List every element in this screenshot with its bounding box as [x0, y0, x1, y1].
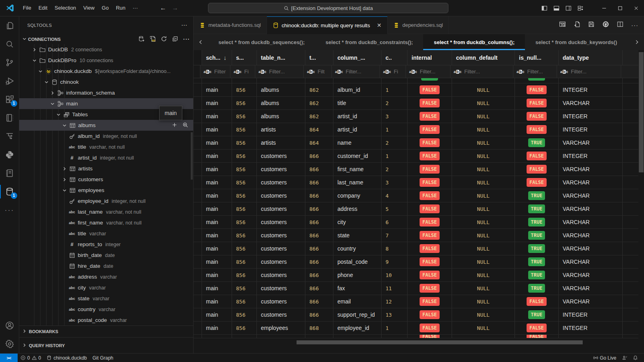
cell-t[interactable]: 868 [305, 322, 333, 334]
cell-s[interactable]: 856 [232, 136, 257, 149]
horizontal-scrollbar[interactable] [297, 340, 583, 344]
cell-sch[interactable]: main [202, 216, 232, 229]
add-connection-icon[interactable] [138, 36, 145, 43]
cell-column_[interactable]: postal_code [333, 255, 382, 268]
cell-sch[interactable] [202, 335, 232, 338]
column-header-c[interactable]: c.. [382, 50, 408, 65]
cell-internal[interactable]: FALSE [408, 150, 452, 162]
refresh-icon[interactable] [161, 36, 167, 43]
cell-column_[interactable]: name [333, 136, 382, 149]
cell-sch[interactable]: main [202, 136, 232, 149]
cell-column_default[interactable]: NULL [452, 176, 515, 189]
cell-internal[interactable]: FALSE [408, 97, 452, 109]
cell-s[interactable]: 856 [232, 97, 257, 109]
statusbar-connection[interactable]: chinook.duckdb [44, 354, 89, 362]
cell-sch[interactable]: main [202, 255, 232, 268]
cell-column_default[interactable]: NULL [452, 150, 515, 162]
cell-column_default[interactable]: NULL [452, 295, 515, 308]
tree-item-chinook[interactable]: chinook [19, 77, 193, 87]
activity-settings-icon[interactable] [0, 335, 19, 353]
cell-c[interactable]: 6 [382, 216, 408, 229]
tree-item-address[interactable]: abcaddressvarchar [19, 271, 193, 282]
tree-item-DuckDBPro[interactable]: DuckDBPro10 connections [19, 55, 193, 66]
cell-data_type[interactable]: VARCHAR [559, 282, 623, 295]
cell-column_[interactable]: phone [333, 269, 382, 281]
cell-internal[interactable]: FALSE [408, 123, 452, 136]
cell-sch[interactable]: main [202, 242, 232, 255]
activity-source-control-icon[interactable] [0, 53, 19, 72]
cell-c[interactable]: 1 [382, 150, 408, 162]
cell-data_type[interactable]: VARCHAR [559, 202, 623, 215]
cell-column_[interactable]: country [333, 242, 382, 255]
cell-t[interactable]: 866 [305, 150, 333, 162]
filter-input[interactable]: abcFilter... [450, 65, 513, 78]
statusbar-notifications[interactable] [630, 354, 641, 362]
cell-s[interactable]: 856 [232, 322, 257, 334]
cell-c[interactable]: 8 [382, 242, 408, 255]
export-results-icon[interactable] [573, 21, 580, 29]
close-icon[interactable]: ✕ [377, 22, 382, 28]
tree-item-birth_date[interactable]: birth_datedate [19, 250, 193, 261]
activity-symbol-tree-icon[interactable] [0, 127, 19, 146]
cell-internal[interactable]: FALSE [408, 136, 452, 149]
customize-layout-icon[interactable] [574, 0, 586, 16]
cell-column_[interactable]: album_id [333, 83, 382, 96]
cell-column_[interactable]: fax [333, 282, 382, 295]
cell-table_n[interactable]: customers [257, 189, 305, 202]
column-header-column_[interactable]: column_... [333, 50, 382, 65]
cell-column_[interactable]: customer_id [333, 150, 382, 162]
column-header-data_type[interactable]: data_type [559, 50, 623, 65]
toggle-secondary-sidebar-icon[interactable] [562, 0, 574, 16]
tree-item-postal_code[interactable]: abcpostal_codevarchar [19, 315, 193, 326]
cell-column_[interactable]: support_rep_id [333, 308, 382, 321]
cell-column_default[interactable]: NULL [452, 255, 515, 268]
cell-c[interactable]: 5 [382, 202, 408, 215]
tree-item-employee_id[interactable]: employee_idinteger, not null [19, 196, 193, 206]
cell-table_n[interactable]: albums [257, 110, 305, 123]
cell-c[interactable]: 1 [382, 123, 408, 136]
cell-s[interactable]: 856 [232, 176, 257, 189]
cell-internal[interactable]: FALSE [408, 295, 452, 308]
cell-column_default[interactable]: NULL [452, 110, 515, 123]
cell-is_null[interactable]: FALSE [515, 322, 559, 334]
cell-is_null[interactable]: TRUE [515, 269, 559, 281]
cell-table_n[interactable]: pg_ [257, 78, 305, 83]
cell-c[interactable]: 12 [382, 295, 408, 308]
tree-item-title[interactable]: abctitlevarchar [19, 228, 193, 239]
cell-internal[interactable]: FALSE [408, 335, 452, 338]
cell-column_default[interactable]: NULL [452, 163, 515, 176]
new-sql-file-icon[interactable]: SQL [149, 36, 156, 43]
tree-item-albums[interactable]: albums [19, 120, 193, 131]
cell-data_type[interactable] [559, 335, 623, 338]
cell-c[interactable]: 11 [382, 282, 408, 295]
cell-table_n[interactable]: artists [257, 123, 305, 136]
cell-s[interactable] [232, 78, 257, 83]
editor-tab[interactable]: metadata-functions.sql [194, 16, 267, 34]
tree-item-customers[interactable]: customers [19, 174, 193, 185]
filter-input[interactable]: abcFi [380, 65, 406, 78]
cell-t[interactable] [305, 335, 333, 338]
cell-data_type[interactable]: INTEGER [559, 123, 623, 136]
cell-table_n[interactable]: customers [257, 255, 305, 268]
command-center-search[interactable]: [Extension Development Host] data [208, 3, 448, 13]
cell-data_type[interactable]: INTEGER [559, 150, 623, 162]
cell-is_null[interactable]: TRUE [515, 282, 559, 295]
cell-internal[interactable]: FALSE [408, 322, 452, 334]
cell-is_null[interactable]: TRUE [515, 189, 559, 202]
cell-internal[interactable]: FALSE [408, 229, 452, 242]
cell-s[interactable]: 856 [232, 255, 257, 268]
filter-input[interactable]: abcFilter... [513, 65, 557, 78]
cell-s[interactable]: 856 [232, 269, 257, 281]
problems-indicator[interactable]: 00 [18, 354, 44, 362]
remote-indicator[interactable]: >< [0, 354, 18, 362]
cell-is_null[interactable]: FALSE [515, 83, 559, 96]
editor-tab[interactable]: chinook:duckdb: multiple query results✕ [267, 16, 388, 34]
bookmarks-section-header[interactable]: BOOKMARKS [19, 326, 193, 337]
cell-is_null[interactable]: FALSE [515, 163, 559, 176]
cell-data_type[interactable]: VARCHAR [559, 269, 623, 281]
tree-item-artists[interactable]: artists [19, 163, 193, 174]
cell-internal[interactable]: FALSE [408, 216, 452, 229]
cell-internal[interactable]: FALSE [408, 110, 452, 123]
cell-s[interactable]: 856 [232, 150, 257, 162]
cell-data_type[interactable]: VARCHAR [559, 295, 623, 308]
